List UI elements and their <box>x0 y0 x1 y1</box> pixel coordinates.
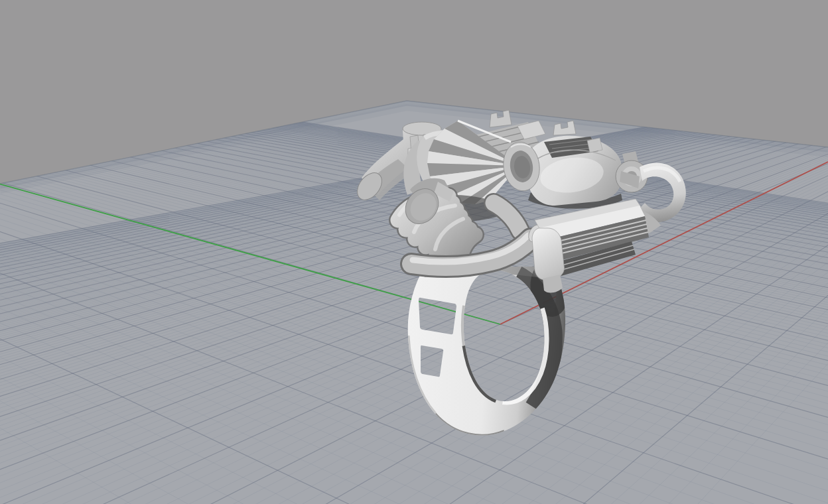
cad-viewport[interactable] <box>0 0 828 504</box>
cover-wedge-block <box>587 138 602 153</box>
viewport-canvas[interactable] <box>0 0 828 504</box>
end-tank <box>532 228 565 280</box>
